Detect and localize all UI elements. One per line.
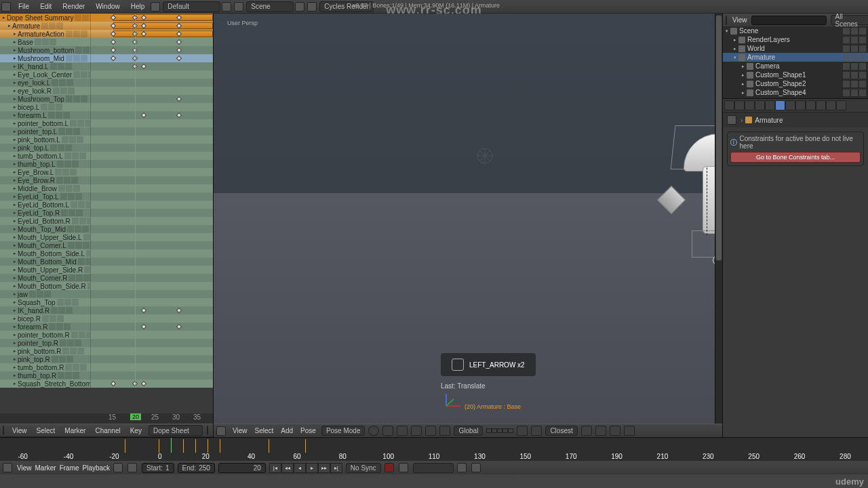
scene-dropdown[interactable]: Scene	[246, 1, 294, 12]
channel-row[interactable]: ▸Mouth_Corner.L	[0, 241, 213, 249]
channel-toggles[interactable]	[62, 348, 84, 354]
channel-track[interactable]	[90, 258, 213, 266]
ds-menu-view[interactable]: View	[9, 426, 30, 436]
channel-name[interactable]: ▸thumb_top.L	[0, 161, 90, 168]
channel-name[interactable]: ▸Mushroom_bottom	[0, 47, 90, 54]
channel-track[interactable]	[90, 331, 213, 339]
channel-toggles[interactable]	[58, 185, 80, 192]
channel-name[interactable]: ▸Dope Sheet Summary	[0, 14, 90, 22]
channel-name[interactable]: ▸bicep.L	[0, 104, 90, 111]
channel-track[interactable]	[90, 249, 213, 258]
ds-menu-channel[interactable]: Channel	[92, 426, 123, 436]
render-preview-icon[interactable]	[581, 426, 592, 436]
channel-name[interactable]: ▸pointer_top.L	[0, 128, 90, 136]
channel-name[interactable]: ▸jaw	[0, 291, 90, 298]
channel-name[interactable]: ▸IK_hand.L	[0, 63, 90, 70]
channel-toggles[interactable]	[42, 315, 64, 322]
channel-toggles[interactable]	[48, 112, 70, 119]
channel-name[interactable]: ▸tumb_bottom.L	[0, 152, 90, 160]
channel-name[interactable]: ▸pointer_top.R	[0, 340, 90, 347]
channel-row[interactable]: ▸Armature	[0, 22, 213, 30]
keying-set-dropdown[interactable]	[413, 463, 454, 473]
copy-pose-icon[interactable]	[595, 426, 606, 436]
channel-track[interactable]	[90, 225, 213, 233]
channel-row[interactable]: ▸pink_bottom.L	[0, 136, 213, 144]
play-reverse-button[interactable]: ◂	[294, 463, 306, 473]
timeline-editor-icon[interactable]	[3, 463, 12, 472]
channel-name[interactable]: ▸Mouth_Bottom_Mid	[0, 258, 90, 266]
jump-end-button[interactable]: ▸|	[330, 463, 342, 473]
menu-edit[interactable]: Edit	[35, 1, 56, 12]
channel-track[interactable]	[90, 209, 213, 217]
current-frame-field[interactable]: 20	[218, 463, 266, 473]
channel-name[interactable]: ▸eye_look.L	[0, 79, 90, 87]
channel-track[interactable]	[90, 363, 213, 371]
channel-toggles[interactable]	[67, 226, 89, 232]
channel-row[interactable]: ▸pointer_top.R	[0, 339, 213, 347]
channel-track[interactable]	[90, 95, 213, 103]
channel-toggles[interactable]	[70, 120, 90, 127]
channel-toggles[interactable]	[60, 193, 82, 200]
channel-name[interactable]: ▸Eye_Look_Center	[0, 71, 90, 79]
mode-dropdown[interactable]: Pose Mode	[321, 426, 366, 436]
channel-track[interactable]	[90, 355, 213, 363]
insert-key-icon[interactable]	[457, 463, 467, 472]
layer-buttons[interactable]	[486, 428, 513, 433]
channel-row[interactable]: ▸Mouth_Bottom_Side.R	[0, 282, 213, 290]
goto-bone-constraints-button[interactable]: Go to Bone Constraints tab...	[730, 152, 861, 163]
jump-start-button[interactable]: |◂	[269, 463, 281, 473]
menu-render[interactable]: Render	[58, 1, 90, 12]
vp-menu-pose[interactable]: Pose	[298, 426, 318, 436]
channel-row[interactable]: ▸EyeLid_Top.L	[0, 192, 213, 201]
sync-dropdown[interactable]: No Sync	[346, 463, 381, 473]
keyframe-prev-button[interactable]: ◂◂	[281, 463, 294, 473]
channel-toggles[interactable]	[50, 144, 72, 151]
channel-toggles[interactable]	[65, 364, 87, 371]
channel-toggles[interactable]	[35, 39, 56, 45]
vp-menu-view[interactable]: View	[231, 426, 250, 436]
channel-toggles[interactable]	[55, 169, 77, 176]
channel-toggles[interactable]	[75, 47, 90, 54]
tab-bone[interactable]	[806, 100, 816, 110]
channel-track[interactable]	[90, 119, 213, 127]
channel-track[interactable]	[90, 371, 213, 380]
autokey-record-icon[interactable]	[384, 463, 394, 472]
outliner-editor-icon[interactable]	[726, 16, 727, 25]
outliner-item[interactable]: ▸Custom_Shape4	[723, 88, 868, 97]
channel-track[interactable]	[90, 46, 213, 54]
channel-name[interactable]: ▸pink_top.R	[0, 356, 90, 363]
channel-toggles[interactable]	[41, 22, 63, 29]
tab-material[interactable]	[826, 100, 836, 110]
channel-track[interactable]	[90, 136, 213, 144]
paste-flip-icon[interactable]	[624, 426, 635, 436]
channel-track[interactable]	[90, 241, 213, 249]
channel-name[interactable]: ▸Squash_Top	[0, 299, 90, 306]
channel-toggles[interactable]	[57, 161, 79, 167]
menu-file[interactable]: File	[14, 1, 34, 12]
channel-row[interactable]: ▸EyeLid_Bottom.R	[0, 217, 213, 225]
tab-render[interactable]	[724, 100, 734, 110]
channel-toggles[interactable]	[84, 266, 90, 273]
channel-track[interactable]	[90, 274, 213, 282]
channel-row[interactable]: ▸ArmatureAction	[0, 30, 213, 38]
channel-row[interactable]: ▸pink_bottom.R	[0, 347, 213, 355]
channel-track[interactable]	[90, 54, 213, 62]
channel-row[interactable]: ▸pink_top.L	[0, 144, 213, 152]
channel-row[interactable]: ▸pointer_bottom.R	[0, 331, 213, 339]
channel-row[interactable]: ▸pointer_bottom.L	[0, 119, 213, 127]
channel-track[interactable]	[90, 184, 213, 192]
channel-track[interactable]	[90, 290, 213, 298]
channel-toggles[interactable]	[71, 331, 90, 338]
screen-layout-dropdown[interactable]: Default	[163, 1, 220, 12]
tab-data[interactable]	[795, 100, 806, 110]
tl-menu-marker[interactable]: Marker	[35, 464, 56, 472]
vp-menu-select[interactable]: Select	[253, 426, 276, 436]
tl-menu-playback[interactable]: Playback	[83, 464, 111, 472]
channel-track[interactable]	[90, 314, 213, 323]
channel-name[interactable]: ▸Armature	[0, 22, 90, 30]
channel-track[interactable]	[90, 233, 213, 241]
channel-row[interactable]: ▸Mushroom_Mid	[0, 54, 213, 62]
channel-row[interactable]: ▸Mushroom_Top	[0, 95, 213, 103]
channel-track[interactable]	[90, 380, 213, 388]
channel-track[interactable]	[90, 306, 213, 314]
